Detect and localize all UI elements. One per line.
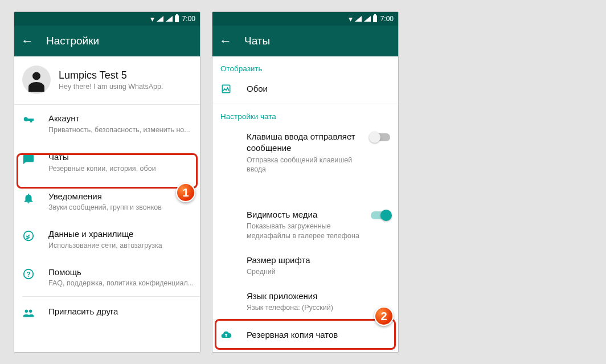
signal-icon: [157, 16, 163, 22]
screen-title: Настройки: [46, 35, 99, 47]
key-icon: [22, 113, 48, 126]
bell-icon: [22, 191, 48, 205]
signal-icon: [355, 16, 362, 22]
svg-rect-3: [222, 85, 230, 92]
help-icon: ?: [22, 267, 48, 280]
data-icon: [22, 228, 48, 242]
people-icon: [22, 306, 48, 320]
battery-icon: [175, 15, 179, 22]
settings-screen: ▾ 7:00 ← Настройки Lumpics Test 5 Hey th…: [14, 11, 200, 353]
chats-settings-screen: ▾ 7:00 ← Чаты Отобразить Обои Настройки …: [212, 11, 399, 353]
cloud-upload-icon: [220, 329, 247, 343]
profile-status: Hey there! I am using WhatsApp.: [59, 83, 163, 91]
back-arrow-icon[interactable]: ←: [219, 35, 232, 47]
marker-1: 1: [176, 183, 195, 202]
clock: 7:00: [182, 15, 195, 23]
svg-text:?: ?: [26, 270, 30, 278]
chat-icon: [22, 152, 48, 165]
profile-row[interactable]: Lumpics Test 5 Hey there! I am using Wha…: [14, 56, 200, 105]
invite-row[interactable]: Пригласить друга: [14, 297, 200, 328]
data-storage-row[interactable]: Данные и хранилищеИспользование сети, ав…: [14, 220, 200, 258]
help-row[interactable]: ? ПомощьFAQ, поддержка, политика конфиде…: [14, 259, 200, 296]
display-section-label: Отобразить: [212, 56, 398, 76]
wifi-icon: ▾: [349, 15, 353, 23]
media-visibility-toggle[interactable]: [371, 211, 390, 219]
wifi-icon: ▾: [150, 15, 154, 23]
app-bar: ← Настройки: [14, 26, 200, 56]
battery-icon: [373, 15, 377, 22]
profile-name: Lumpics Test 5: [59, 69, 163, 81]
app-bar: ← Чаты: [212, 26, 398, 56]
clock: 7:00: [380, 15, 394, 23]
app-language-row[interactable]: Язык приложенияЯзык телефона: (Русский): [212, 284, 398, 320]
chat-settings-section-label: Настройки чата: [212, 104, 398, 124]
media-visibility-row[interactable]: Видимость медиаПоказывать загруженные ме…: [212, 202, 398, 248]
wallpaper-row[interactable]: Обои: [212, 76, 398, 104]
signal-icon: [166, 16, 173, 22]
font-size-row[interactable]: Размер шрифтаСредний: [212, 248, 398, 284]
marker-2: 2: [374, 306, 394, 326]
enter-send-row[interactable]: Клавиша ввода отправляет сообщениеОтправ…: [212, 124, 398, 181]
status-bar: ▾ 7:00: [212, 12, 398, 26]
status-bar: ▾ 7:00: [14, 12, 200, 26]
enter-send-toggle[interactable]: [371, 133, 390, 141]
chats-row[interactable]: ЧатыРезервные копии, история, обои: [14, 142, 200, 182]
screen-title: Чаты: [244, 35, 270, 47]
avatar: [22, 66, 51, 94]
account-row[interactable]: АккаунтПриватность, безопасность, измени…: [14, 105, 200, 142]
chat-backup-row[interactable]: Резервная копия чатов: [212, 320, 398, 352]
notifications-row[interactable]: УведомленияЗвуки сообщений, групп и звон…: [14, 183, 200, 220]
wallpaper-icon: [220, 83, 247, 97]
back-arrow-icon[interactable]: ←: [21, 35, 34, 47]
signal-icon: [364, 16, 371, 22]
